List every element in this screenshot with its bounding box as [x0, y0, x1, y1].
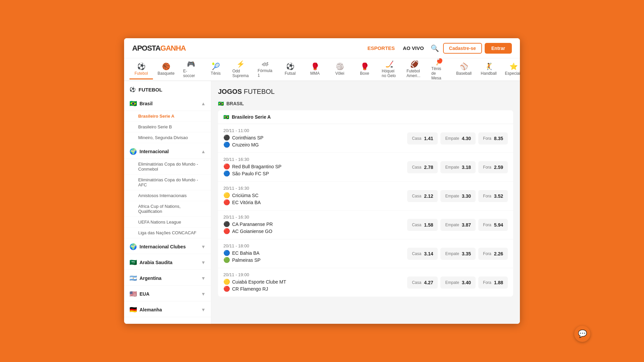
odd-fora-4[interactable]: Fora 2.26	[478, 248, 508, 260]
sidebar-country-5[interactable]: 🇺🇸 EUA ▼	[124, 287, 211, 301]
team2-icon-5: 🔴	[223, 286, 230, 292]
odds-container-2: Casa 2.12 Empate 3.30 Fora 3.52	[407, 190, 508, 202]
sport-item-handball[interactable]: 🤾 Handball	[477, 60, 500, 79]
page-title: JOGOS FUTEBOL	[218, 88, 513, 96]
team1-icon-1: 🔴	[223, 163, 230, 170]
chat-button[interactable]: 💬	[574, 326, 590, 342]
match-team1-1: 🔴 Red Bull Bragantino SP	[223, 163, 407, 170]
sidebar-league-1-0[interactable]: Eliminatórias Copa do Mundo - Conmebol	[124, 159, 211, 175]
search-button[interactable]: 🔍	[431, 44, 439, 52]
match-row-4: 20/11 - 18:00 🔵 EC Bahia BA 🟢 Palmeiras …	[218, 239, 513, 268]
nav-esportes[interactable]: ESPORTES	[367, 45, 395, 51]
sidebar-league-1-1[interactable]: Eliminatórias Copa do Mundo - AFC	[124, 175, 211, 190]
sidebar-country-1[interactable]: 🌍 Internacional ▲	[124, 144, 211, 159]
odd-fora-1[interactable]: Fora 2.59	[478, 161, 508, 173]
team2-name-0: Cruzeiro MG	[232, 142, 259, 147]
chevron-icon-4: ▼	[201, 276, 206, 281]
sport-item-formula1[interactable]: 🏎 Fórmula 1	[254, 58, 277, 81]
match-row-3: 20/11 - 16:30 ⚫ CA Paranaense PR 🔴 AC Go…	[218, 210, 513, 239]
odd-empate-label-3: Empate	[445, 223, 459, 227]
country-name-1: Internacional	[140, 149, 201, 154]
sport-item-especiais[interactable]: ⭐ Especiais	[502, 60, 520, 79]
sport-item-mma[interactable]: 🥊 MMA	[303, 60, 327, 79]
odd-empate-val-1: 3.18	[462, 165, 471, 170]
sidebar-league-1-5[interactable]: Liga das Nações CONCACAF	[124, 228, 211, 238]
odd-empate-2[interactable]: Empate 3.30	[440, 190, 476, 202]
odd-empate-1[interactable]: Empate 3.18	[440, 161, 476, 173]
sidebar-country-0[interactable]: 🇧🇷 Brasil ▲	[124, 97, 211, 111]
sport-item-tenis-mesa[interactable]: 🏓 Tênis de Mesa	[427, 58, 451, 81]
odd-fora-0[interactable]: Fora 8.35	[478, 132, 508, 144]
odd-fora-3[interactable]: Fora 5.94	[478, 219, 508, 231]
odd-empate-0[interactable]: Empate 4.30	[440, 132, 476, 144]
sport-item-basquete[interactable]: 🏀 Basquete	[154, 60, 178, 79]
sidebar-country-4[interactable]: 🇦🇷 Argentina ▼	[124, 271, 211, 286]
team1-name-0: Corinthians SP	[232, 135, 263, 140]
odd-casa-4[interactable]: Casa 3.14	[407, 248, 438, 260]
match-team2-2: 🔴 EC Vitória BA	[223, 199, 407, 205]
odd-empate-4[interactable]: Empate 3.35	[440, 248, 476, 260]
odd-casa-5[interactable]: Casa 4.27	[407, 277, 438, 289]
odd-empate-label-4: Empate	[445, 251, 459, 256]
team1-icon-3: ⚫	[223, 221, 230, 227]
sport-item-esoccer[interactable]: 🎮 E-soccer	[179, 58, 203, 81]
sport-item-tenis[interactable]: 🎾 Tênis	[204, 60, 227, 79]
odd-empate-3[interactable]: Empate 3.87	[440, 219, 476, 231]
team1-name-2: Criciúma SC	[232, 193, 259, 198]
sport-item-boxe[interactable]: 🥊 Boxe	[353, 60, 376, 79]
odd-fora-label-1: Fora	[483, 165, 491, 170]
sport-item-baseball[interactable]: ⚾ Baseball	[452, 60, 476, 79]
sidebar-title: FUTEBOL	[139, 87, 162, 93]
sidebar-country-2[interactable]: 🌍 Internacional Clubes ▼	[124, 240, 211, 254]
sidebar-league-0-2[interactable]: Mineiro, Segunda Divisao	[124, 132, 211, 143]
sidebar-league-0-0[interactable]: Brasileiro Serie A	[124, 111, 211, 122]
cadastre-button[interactable]: Cadastre-se	[443, 43, 482, 54]
sport-item-futebol[interactable]: ⚽ Futebol	[129, 60, 153, 79]
odd-casa-3[interactable]: Casa 1.58	[407, 219, 438, 231]
sport-label-boxe: Boxe	[360, 71, 369, 76]
sport-item-odd-suprema[interactable]: ⚡ Odd Suprema	[229, 58, 252, 81]
entrar-button[interactable]: Entrar	[485, 43, 512, 54]
sport-icon-volei: 🏐	[336, 62, 344, 70]
page-title-normal: FUTEBOL	[244, 88, 275, 95]
odd-fora-2[interactable]: Fora 3.52	[478, 190, 508, 202]
sport-label-tenis: Tênis	[211, 71, 220, 76]
logo: APOSTAGANHA	[132, 44, 186, 53]
sport-item-futsal[interactable]: ⚽ Futsal	[278, 60, 302, 79]
sidebar-country-3[interactable]: 🇸🇦 Arabia Saudita ▼	[124, 255, 211, 270]
sidebar-country-6[interactable]: 🇩🇪 Alemanha ▼	[124, 303, 211, 317]
odd-empate-label-1: Empate	[445, 165, 459, 170]
country-flag-1: 🌍	[129, 148, 137, 155]
match-team1-0: ⚫ Corinthians SP	[223, 134, 407, 141]
sport-icon-hoquei: 🏒	[385, 60, 394, 68]
match-row-2: 20/11 - 16:30 🟡 Criciúma SC 🔴 EC Vitória…	[218, 182, 513, 210]
sport-item-volei[interactable]: 🏐 Vôlei	[328, 60, 352, 79]
odd-empate-5[interactable]: Empate 3.40	[440, 277, 476, 289]
sidebar-league-0-1[interactable]: Brasileiro Serie B	[124, 122, 211, 132]
sidebar-section-2: 🌍 Internacional Clubes ▼	[124, 240, 211, 254]
odd-casa-0[interactable]: Casa 1.41	[407, 132, 438, 144]
sidebar-section-4: 🇦🇷 Argentina ▼	[124, 271, 211, 286]
sport-item-hoquei[interactable]: 🏒 Hóquei no Gelo	[378, 58, 401, 81]
sport-icon-baseball: ⚾	[460, 62, 468, 70]
odd-casa-1[interactable]: Casa 2.78	[407, 161, 438, 173]
sidebar-league-1-2[interactable]: Amistosos Internacionais	[124, 190, 211, 201]
team2-icon-2: 🔴	[223, 199, 230, 205]
sidebar-league-1-4[interactable]: UEFA Nations League	[124, 217, 211, 228]
page-title-bold: JOGOS	[218, 88, 242, 95]
odd-casa-label-5: Casa	[412, 280, 421, 285]
odd-casa-val-5: 4.27	[424, 280, 433, 285]
nav-aovivo[interactable]: AO VIVO	[403, 45, 424, 51]
sport-item-futebol-ameri[interactable]: 🏈 Futebol Ameri...	[402, 58, 426, 81]
odd-fora-5[interactable]: Fora 1.88	[478, 277, 508, 289]
match-team2-0: 🔵 Cruzeiro MG	[223, 141, 407, 148]
odd-casa-2[interactable]: Casa 2.12	[407, 190, 438, 202]
odd-empate-label-0: Empate	[445, 136, 459, 141]
logo-part1: APOSTA	[132, 44, 160, 52]
odd-fora-val-2: 3.52	[494, 193, 503, 199]
sidebar-league-1-3[interactable]: Africa Cup of Nations, Qualification	[124, 201, 211, 217]
chevron-icon-6: ▼	[201, 307, 206, 312]
odd-empate-val-3: 3.87	[462, 222, 471, 228]
league-section: 🇧🇷 Brasileiro Serie A 20/11 - 11:00 ⚫ Co…	[218, 110, 513, 297]
league-header: 🇧🇷 Brasileiro Serie A	[218, 110, 513, 124]
